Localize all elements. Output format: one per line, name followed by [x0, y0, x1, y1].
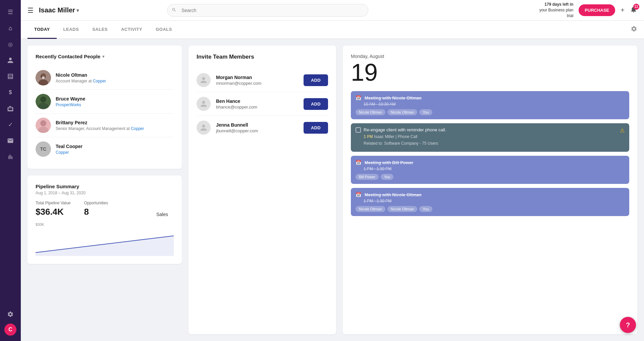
tab-activity[interactable]: ACTIVITY [114, 21, 149, 39]
calendar-event[interactable]: 📅 Meeting with Nicole Oltman 1 PM - 1:30… [351, 188, 629, 216]
home-icon[interactable]: ⌂ [4, 21, 17, 35]
event-tag: Bill Power [356, 174, 379, 180]
add-ben-button[interactable]: ADD [304, 98, 328, 110]
event-tags: Bill Power You [356, 174, 625, 180]
person-info: Teal Cooper Copper [56, 144, 83, 155]
pipeline-card: Pipeline Summary Aug 1, 2018 – Aug 31, 2… [28, 176, 182, 264]
event-time: 1 PM - 1:30 PM [356, 166, 625, 171]
pipeline-title: Pipeline Summary [36, 184, 174, 189]
svg-marker-11 [36, 236, 174, 256]
tab-today[interactable]: TODAY [28, 21, 57, 39]
task-title: Re-engage client with reminder phone cal… [364, 127, 620, 132]
opportunities-value: 8 [84, 207, 108, 217]
calendar-month: Monday, August [351, 54, 629, 59]
company-link[interactable]: Copper [93, 79, 106, 83]
svg-point-3 [41, 76, 42, 77]
content-area: Recently Contacted People ▾ [21, 39, 644, 341]
pipeline-chart [36, 229, 174, 256]
person-info: Brittany Perez Senior Manager, Account M… [56, 120, 144, 131]
invite-person-item: Jenna Bunnell jbunnell@copper.com ADD [197, 116, 328, 139]
app-title[interactable]: Isaac Miller ▾ [39, 6, 79, 14]
table-icon[interactable] [4, 70, 17, 83]
briefcase-icon[interactable] [4, 102, 17, 115]
middle-column: Invite Team Members Morgan Norman mnorma… [189, 46, 336, 334]
event-time: 1 PM - 1:30 PM [356, 199, 625, 203]
invite-person-name: Morgan Norman [216, 75, 298, 80]
calendar-event[interactable]: 📅 Meeting with Nicole Oltman 10 AM - 10:… [351, 91, 629, 119]
person-icon[interactable] [4, 54, 17, 67]
recently-contacted-card: Recently Contacted People ▾ [28, 46, 182, 169]
invite-person-info: Jenna Bunnell jbunnell@copper.com [216, 122, 298, 133]
notifications-button[interactable]: 11 [630, 6, 637, 15]
person-info: Nicole Oltman Account Manager at Copper [56, 72, 106, 83]
invite-person-item: Morgan Norman mnorman@copper.com ADD [197, 68, 328, 92]
recently-contacted-caret-icon[interactable]: ▾ [102, 54, 104, 59]
calendar-event[interactable]: 📅 Meeting with Bill Power 1 PM - 1:30 PM… [351, 156, 629, 184]
event-tag: You [381, 174, 394, 180]
title-caret-icon: ▾ [76, 8, 79, 13]
person-item: Bruce Wayne ProsperWorks [36, 90, 174, 114]
invite-title: Invite Team Members [197, 54, 328, 60]
person-name[interactable]: Bruce Wayne [56, 96, 85, 101]
person-name[interactable]: Nicole Oltman [56, 72, 106, 78]
invite-person-info: Morgan Norman mnorman@copper.com [216, 75, 298, 86]
nav-settings-icon[interactable] [631, 25, 637, 34]
event-tag: Nicole Oltman [387, 206, 417, 212]
menu-icon[interactable]: ☰ [4, 5, 17, 19]
chart-icon[interactable] [4, 150, 17, 163]
topbar-menu-icon[interactable]: ☰ [28, 6, 34, 14]
company-link[interactable]: Copper [131, 126, 144, 131]
event-time: 10 AM - 10:30 AM [356, 102, 625, 107]
event-tags: Nicole Oltman Nicole Oltman You [356, 109, 625, 115]
add-morgan-button[interactable]: ADD [304, 74, 328, 86]
total-pipeline-stat: Total Pipeline Value $36.4K [36, 201, 71, 217]
add-jenna-button[interactable]: ADD [304, 122, 328, 134]
invite-person-email: jbunnell@copper.com [216, 128, 298, 133]
person-info: Bruce Wayne ProsperWorks [56, 96, 85, 107]
search-input[interactable] [167, 4, 368, 17]
task-checkbox[interactable] [356, 127, 361, 133]
calendar-task[interactable]: Re-engage client with reminder phone cal… [351, 123, 629, 152]
purchase-button[interactable]: PURCHASE [579, 4, 615, 16]
total-pipeline-value: $36.4K [36, 207, 71, 217]
invite-person-item: Ben Hance bhance@copper.com ADD [197, 92, 328, 116]
tab-leads[interactable]: LEADS [57, 21, 86, 39]
copper-logo[interactable]: C [4, 324, 16, 336]
tab-goals[interactable]: GOALS [149, 21, 179, 39]
add-button[interactable]: + [621, 6, 625, 14]
person-name[interactable]: Teal Cooper [56, 144, 83, 149]
settings-icon[interactable] [4, 308, 17, 321]
opportunities-stat: Opportunities 8 [84, 201, 108, 217]
invite-person-name: Ben Hance [216, 98, 298, 104]
pipeline-date: Aug 1, 2018 – Aug 31, 2020 [36, 191, 174, 195]
radar-icon[interactable]: ◎ [4, 38, 17, 51]
nav-tabs: TODAY LEADS SALES ACTIVITY GOALS [21, 21, 644, 39]
chart-label: $30K [36, 222, 174, 226]
pipeline-filter-select[interactable]: Sales [156, 212, 174, 217]
avatar: TC [36, 141, 51, 157]
company-link[interactable]: Copper [56, 150, 69, 155]
event-tag: Nicole Oltman [356, 109, 385, 115]
check-icon[interactable]: ✓ [4, 118, 17, 131]
dollar-icon[interactable]: $ [4, 86, 17, 99]
sidebar: ☰ ⌂ ◎ $ ✓ C [0, 0, 21, 341]
avatar [36, 118, 51, 133]
person-role: Senior Manager, Account Management at Co… [56, 126, 144, 131]
invite-person-info: Ben Hance bhance@copper.com [216, 98, 298, 110]
event-title: Meeting with Nicole Oltman [365, 192, 422, 197]
person-name[interactable]: Brittany Perez [56, 120, 144, 125]
help-button[interactable]: ? [620, 317, 636, 333]
event-title: Meeting with Nicole Oltman [365, 95, 422, 100]
event-tags: Nicole Oltman Nicole Oltman You [356, 206, 625, 212]
event-tag: Nicole Oltman [387, 109, 417, 115]
topbar-right: 179 days left in your Business plan tria… [539, 2, 637, 18]
svg-point-9 [40, 120, 46, 126]
notification-badge: 11 [633, 4, 639, 10]
company-link[interactable]: ProsperWorks [56, 103, 81, 107]
tab-sales[interactable]: SALES [86, 21, 114, 39]
mail-icon[interactable] [4, 134, 17, 147]
invite-avatar [197, 73, 211, 87]
search-icon [172, 7, 176, 13]
person-role: Account Manager at Copper [56, 79, 106, 83]
recently-contacted-title: Recently Contacted People ▾ [36, 54, 174, 59]
